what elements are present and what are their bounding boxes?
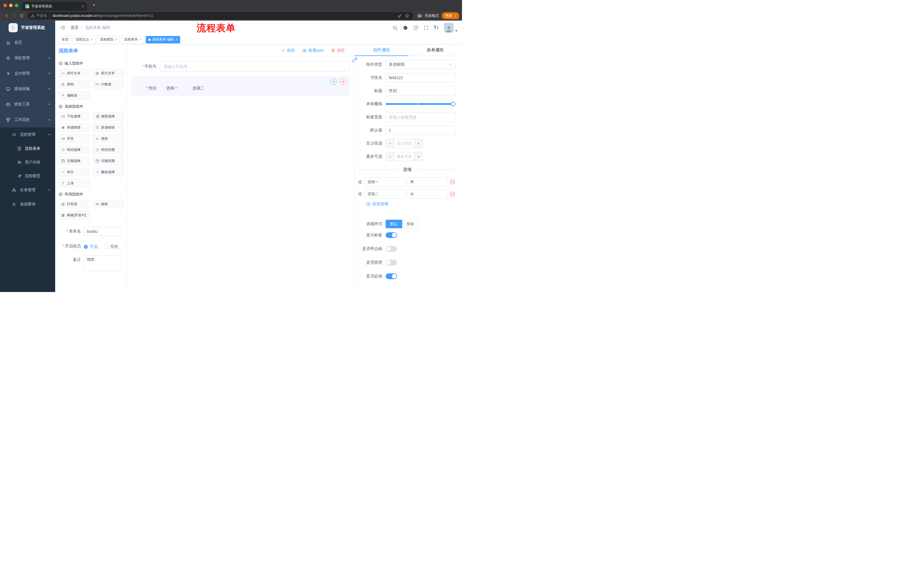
comp-item-radio-group[interactable]: ◉单选框组 <box>58 123 89 132</box>
drag-handle-icon[interactable] <box>358 192 362 196</box>
field-name-input[interactable] <box>386 73 455 82</box>
comp-item-counter[interactable]: 123计数器 <box>92 80 124 89</box>
comp-item-single-line-text[interactable]: ▭单行文本 <box>58 69 89 77</box>
sidebar-item-home[interactable]: 首页 <box>0 35 55 50</box>
border-switch[interactable] <box>386 246 397 252</box>
sidebar-item-workflow[interactable]: 工作流程 <box>0 112 55 127</box>
default-value-input[interactable] <box>386 126 455 135</box>
kebab-menu-icon[interactable]: ⋮ <box>454 14 457 18</box>
comp-item-time-range[interactable]: ◷时间范围 <box>92 145 124 154</box>
status-off-radio[interactable]: 关闭 <box>104 244 118 249</box>
browser-tab[interactable]: 芋道管理系统 × <box>22 2 87 11</box>
phone-field[interactable]: *手机号 <box>131 62 350 71</box>
slider-track[interactable] <box>386 103 455 105</box>
comp-item-date-range[interactable]: 日期范围 <box>92 156 124 165</box>
close-icon[interactable]: × <box>91 38 93 42</box>
tag-process-definition[interactable]: 流程定义× <box>73 36 96 43</box>
zoom-window-button[interactable] <box>15 4 18 7</box>
sidebar-item-process-management[interactable]: 流程管理 <box>0 127 55 142</box>
decrement-button[interactable]: − <box>386 139 394 148</box>
comp-item-rate[interactable]: ☆评分 <box>58 168 89 176</box>
comp-item-row-container[interactable]: ▥行容器 <box>58 200 89 208</box>
status-on-radio[interactable]: 开启 <box>84 244 98 249</box>
sidebar-item-system[interactable]: 系统管理 <box>0 50 55 66</box>
sidebar-item-payment[interactable]: ¥ 支付管理 <box>0 66 55 81</box>
grid-slider[interactable] <box>386 99 455 109</box>
max-checked-value[interactable]: 最多可选 <box>394 152 414 161</box>
tag-home[interactable]: 首页 <box>59 36 71 43</box>
chevron-down-icon[interactable] <box>456 18 459 20</box>
clear-button[interactable]: 清空 <box>331 48 345 53</box>
sidebar-item-task-management[interactable]: 任务管理 <box>0 183 55 197</box>
slider-handle[interactable] <box>451 102 455 106</box>
remove-option-button[interactable] <box>450 191 455 197</box>
close-icon[interactable]: × <box>175 38 178 42</box>
show-label-switch[interactable] <box>386 232 397 238</box>
font-size-button[interactable]: TT <box>434 25 439 30</box>
comp-item-color-picker[interactable]: ◑颜色选择 <box>92 168 124 176</box>
comp-item-cascader[interactable]: 级联选择 <box>92 112 124 120</box>
comp-item-button[interactable]: 按钮 <box>92 200 124 208</box>
comp-item-password[interactable]: 密码 <box>58 80 89 89</box>
help-button[interactable]: ? <box>413 25 418 30</box>
remark-textarea[interactable]: 嘿嘿 <box>84 255 122 271</box>
required-switch[interactable] <box>386 273 397 279</box>
selected-gender-field[interactable]: *性别 选项一 选项二 <box>131 76 350 97</box>
increment-button[interactable]: + <box>414 152 422 161</box>
close-icon[interactable]: × <box>115 38 117 42</box>
option-value-input[interactable] <box>408 189 448 199</box>
decrement-button[interactable]: − <box>386 152 394 161</box>
copy-component-button[interactable] <box>330 79 337 85</box>
disabled-switch[interactable] <box>386 260 397 265</box>
sidebar-toggle-button[interactable] <box>55 21 71 35</box>
fullscreen-button[interactable] <box>424 25 428 30</box>
save-button[interactable]: 保存 <box>281 48 295 53</box>
checkbox-option-2[interactable]: 选项二 <box>186 86 205 91</box>
drag-handle-icon[interactable] <box>358 180 362 184</box>
option-value-input[interactable] <box>408 178 448 187</box>
search-button[interactable] <box>393 25 398 30</box>
label-width-input[interactable] <box>386 113 455 122</box>
view-json-button[interactable]: 查看json <box>302 48 323 53</box>
bookmark-button[interactable] <box>403 13 411 18</box>
comp-item-editor[interactable]: ✎编辑器 <box>58 91 89 100</box>
add-option-button[interactable]: 添加选项 <box>366 201 455 207</box>
option-label-input[interactable] <box>365 189 405 199</box>
increment-button[interactable]: + <box>414 139 422 148</box>
tag-process-model[interactable]: 流程模型× <box>97 36 120 43</box>
sidebar-item-user-group[interactable]: 用户分组 <box>0 155 55 169</box>
sidebar-item-infrastructure[interactable]: 基础设施 <box>0 81 55 97</box>
link-icon[interactable] <box>352 57 357 62</box>
style-button-button[interactable]: 按钮 <box>402 220 419 228</box>
forward-button[interactable] <box>10 12 18 20</box>
comp-item-slider[interactable]: 滑块 <box>92 134 124 143</box>
close-window-button[interactable] <box>3 4 7 7</box>
component-type-select[interactable]: 多选框组 <box>386 60 455 69</box>
sidebar-item-devtools[interactable]: 研发工具 <box>0 97 55 112</box>
form-name-input[interactable] <box>84 227 122 236</box>
minimize-window-button[interactable] <box>9 4 13 7</box>
tab-form-props[interactable]: 表单属性 <box>409 44 462 56</box>
title-input[interactable] <box>386 86 455 95</box>
comp-item-upload[interactable]: ↥上传 <box>58 179 89 188</box>
new-tab-button[interactable]: + <box>91 2 97 8</box>
user-menu[interactable] <box>444 23 457 33</box>
comp-item-checkbox-group[interactable]: ☑多选框组 <box>92 123 124 132</box>
tag-process-form-edit[interactable]: 流程表单-编辑× <box>146 36 180 43</box>
min-checked-value[interactable]: 至少应选 <box>394 139 414 148</box>
back-button[interactable] <box>3 12 10 20</box>
sidebar-item-leave-query[interactable]: 请假查询 <box>0 197 55 211</box>
option-label-input[interactable] <box>365 178 405 187</box>
reload-button[interactable] <box>18 12 25 20</box>
comp-item-table[interactable]: ▦表格[开发中] <box>58 211 89 219</box>
checkbox-option-1[interactable]: 选项一 <box>160 86 178 91</box>
comp-item-switch[interactable]: 开关 <box>58 134 89 143</box>
phone-input[interactable] <box>160 62 350 71</box>
address-bar[interactable]: 不安全 dashboard.yudao.iocoder.cn /bpm/mana… <box>28 12 414 20</box>
tag-process-form[interactable]: 流程表单× <box>122 36 144 43</box>
style-default-button[interactable]: 默认 <box>386 220 402 228</box>
password-key-button[interactable] <box>396 14 403 18</box>
breadcrumb-home[interactable]: 首页 <box>71 25 79 30</box>
drawing-board[interactable]: *手机号 *性别 选项一 选项二 <box>127 57 355 292</box>
tab-close-icon[interactable]: × <box>82 4 84 8</box>
